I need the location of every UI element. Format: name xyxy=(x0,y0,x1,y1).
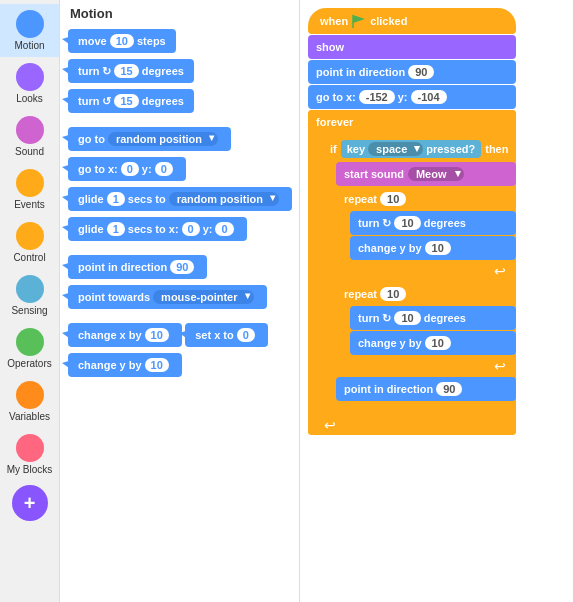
block-repeat-2[interactable]: repeat 10 turn ↻ 10 degrees xyxy=(336,282,516,376)
block-changey-2[interactable]: change y by 10 xyxy=(350,331,516,355)
block-point-dir-2[interactable]: point in direction 90 xyxy=(336,377,516,401)
sidebar-item-control-label: Control xyxy=(13,252,45,263)
sound-circle-icon xyxy=(16,116,44,144)
panel-title: Motion xyxy=(68,6,291,21)
looks-circle-icon xyxy=(16,63,44,91)
block-turn-ccw[interactable]: turn ↺ 15 degrees xyxy=(68,89,194,113)
sidebar-item-sound-label: Sound xyxy=(15,146,44,157)
block-turn-cw-2[interactable]: turn ↻ 10 degrees xyxy=(350,306,516,330)
block-move[interactable]: move 10 steps xyxy=(68,29,176,53)
block-when-flag[interactable]: when clicked xyxy=(308,8,516,34)
repeat2-arrow: ↩ xyxy=(336,356,516,376)
operators-circle-icon xyxy=(16,328,44,356)
events-circle-icon xyxy=(16,169,44,197)
block-point-towards[interactable]: point towards mouse-pointer xyxy=(68,285,267,309)
repeat2-top: repeat 10 xyxy=(336,282,516,306)
block-show[interactable]: show xyxy=(308,35,516,59)
block-turn-cw[interactable]: turn ↻ 15 degrees xyxy=(68,59,194,83)
if-bottom xyxy=(322,402,516,412)
sidebar: Motion Looks Sound Events Control Sensin… xyxy=(0,0,60,602)
block-start-sound[interactable]: start sound Meow▾ xyxy=(336,162,516,186)
block-goto-xy[interactable]: go to x: 0 y: 0 xyxy=(68,157,186,181)
script-container: when clicked show point in direction 90 … xyxy=(308,8,516,436)
control-circle-icon xyxy=(16,222,44,250)
variables-circle-icon xyxy=(16,381,44,409)
block-goto[interactable]: go to random position xyxy=(68,127,231,151)
sidebar-item-operators-label: Operators xyxy=(7,358,51,369)
add-extension-button[interactable]: + xyxy=(12,485,48,521)
block-point-dir-script[interactable]: point in direction 90 xyxy=(308,60,516,84)
flag-icon xyxy=(352,14,366,28)
block-goto-xy-script[interactable]: go to x: -152 y: -104 xyxy=(308,85,516,109)
repeat1-top: repeat 10 xyxy=(336,187,516,211)
block-if[interactable]: if key space▾ pressed? then start sound xyxy=(322,136,516,412)
forever-body: if key space▾ pressed? then start sound xyxy=(322,134,516,415)
sidebar-item-sound[interactable]: Sound xyxy=(0,110,59,163)
block-glide-xy[interactable]: glide 1 secs to x: 0 y: 0 xyxy=(68,217,247,241)
sidebar-item-sensing-label: Sensing xyxy=(11,305,47,316)
key-dropdown[interactable]: space▾ xyxy=(368,142,423,156)
block-change-y[interactable]: change y by 10 xyxy=(68,353,182,377)
sidebar-item-events[interactable]: Events xyxy=(0,163,59,216)
goto-dropdown[interactable]: random position xyxy=(108,132,218,146)
svg-marker-0 xyxy=(353,15,365,23)
repeat1-body: turn ↻ 10 degrees change y by 10 xyxy=(350,211,516,260)
sidebar-item-myblocks[interactable]: My Blocks xyxy=(0,428,59,481)
sidebar-item-myblocks-label: My Blocks xyxy=(7,464,53,475)
repeat2-body: turn ↻ 10 degrees change y by 10 xyxy=(350,306,516,355)
towards-dropdown[interactable]: mouse-pointer xyxy=(153,290,253,304)
repeat1-arrow: ↩ xyxy=(336,261,516,281)
sound-dropdown[interactable]: Meow▾ xyxy=(408,167,465,181)
sidebar-item-events-label: Events xyxy=(14,199,45,210)
block-set-x[interactable]: set x to 0 xyxy=(185,323,268,347)
sidebar-item-looks-label: Looks xyxy=(16,93,43,104)
if-body: start sound Meow▾ repeat 10 xyxy=(336,162,516,401)
script-area: when clicked show point in direction 90 … xyxy=(300,0,573,602)
sidebar-item-motion[interactable]: Motion xyxy=(0,4,59,57)
sensing-circle-icon xyxy=(16,275,44,303)
sidebar-item-variables[interactable]: Variables xyxy=(0,375,59,428)
forever-top: forever xyxy=(308,110,516,134)
sidebar-item-motion-label: Motion xyxy=(14,40,44,51)
blocks-panel: Motion move 10 steps turn ↻ 15 degrees t… xyxy=(60,0,300,602)
sidebar-item-looks[interactable]: Looks xyxy=(0,57,59,110)
block-forever[interactable]: forever if key space▾ pressed? then xyxy=(308,110,516,435)
if-header: if key space▾ pressed? then xyxy=(322,136,516,162)
block-repeat-1[interactable]: repeat 10 turn ↻ 10 degrees xyxy=(336,187,516,281)
block-changey-1[interactable]: change y by 10 xyxy=(350,236,516,260)
myblocks-circle-icon xyxy=(16,434,44,462)
block-glide-pos[interactable]: glide 1 secs to random position xyxy=(68,187,292,211)
forever-bottom: ↩ xyxy=(308,415,516,435)
sidebar-item-operators[interactable]: Operators xyxy=(0,322,59,375)
sidebar-item-control[interactable]: Control xyxy=(0,216,59,269)
sidebar-item-variables-label: Variables xyxy=(9,411,50,422)
glide-dropdown[interactable]: random position xyxy=(169,192,279,206)
sidebar-item-sensing[interactable]: Sensing xyxy=(0,269,59,322)
block-turn-cw-1[interactable]: turn ↻ 10 degrees xyxy=(350,211,516,235)
motion-circle-icon xyxy=(16,10,44,38)
key-pressed-block: key space▾ pressed? xyxy=(341,140,481,158)
block-change-x[interactable]: change x by 10 xyxy=(68,323,182,347)
block-point-dir[interactable]: point in direction 90 xyxy=(68,255,207,279)
